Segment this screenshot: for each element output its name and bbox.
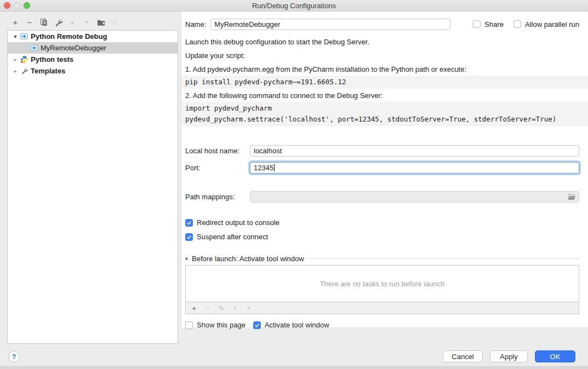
port-label: Port: bbox=[185, 164, 250, 172]
collapsed-arrow-icon[interactable]: ▸ bbox=[11, 56, 20, 62]
suspend-after-connect-label: Suspend after connect bbox=[197, 233, 268, 241]
allow-parallel-run-label: Allow parallel run bbox=[525, 20, 579, 28]
add-configuration-icon[interactable]: + bbox=[11, 18, 20, 27]
traffic-lights bbox=[4, 2, 30, 9]
before-launch-header: Before launch: Activate tool window bbox=[192, 255, 304, 263]
cancel-button[interactable]: Cancel bbox=[443, 350, 483, 362]
remove-task-icon: − bbox=[203, 304, 212, 313]
path-mappings-row: Path mappings: bbox=[185, 191, 579, 203]
help-button[interactable]: ? bbox=[8, 351, 20, 362]
window-title: Run/Debug Configurations bbox=[252, 2, 336, 10]
activate-tool-window-checkbox[interactable] bbox=[253, 321, 261, 329]
move-down-icon: ▼ bbox=[82, 18, 91, 27]
before-launch-section: ▾ Before launch: Activate tool window bbox=[185, 255, 579, 263]
redirect-output-checkbox[interactable] bbox=[185, 219, 193, 227]
before-launch-task-list: There are no tasks to run before launch bbox=[185, 265, 579, 302]
ok-button[interactable]: OK bbox=[535, 350, 575, 362]
suspend-after-connect-checkbox[interactable] bbox=[185, 233, 193, 241]
step1-text: 1. Add pydevd-pycharm.egg from the PyCha… bbox=[185, 65, 579, 74]
remote-debug-config-icon bbox=[20, 32, 28, 41]
allow-parallel-checkbox-row: Allow parallel run bbox=[513, 20, 579, 28]
tree-item-label: Python tests bbox=[31, 55, 73, 64]
remote-debug-config-icon bbox=[30, 44, 38, 52]
python-tests-icon bbox=[20, 55, 28, 64]
configurations-toolbar: + − ▲ ▼ ↓ az bbox=[11, 18, 117, 27]
activate-tool-window-row: Activate tool window bbox=[253, 321, 329, 329]
port-value: 12345 bbox=[254, 164, 273, 172]
move-task-up-icon: ▲ bbox=[231, 304, 239, 313]
section-divider bbox=[309, 258, 579, 259]
copy-configuration-icon[interactable] bbox=[39, 18, 48, 27]
show-this-page-label: Show this page bbox=[197, 321, 246, 329]
apply-button[interactable]: Apply bbox=[490, 350, 528, 362]
tree-item-templates[interactable]: ▸ Templates bbox=[8, 65, 178, 77]
collapse-section-icon[interactable]: ▾ bbox=[185, 256, 188, 262]
code-line: import pydevd_pycharm bbox=[185, 104, 272, 112]
run-debug-configurations-dialog: Run/Debug Configurations + − ▲ ▼ ↓ bbox=[0, 0, 588, 369]
local-host-label: Local host name: bbox=[185, 147, 250, 155]
collapsed-arrow-icon[interactable]: ▸ bbox=[11, 68, 20, 74]
edit-task-pencil-icon: ✎ bbox=[217, 304, 226, 313]
name-input[interactable] bbox=[210, 19, 450, 30]
text-caret bbox=[274, 164, 275, 171]
zoom-button[interactable] bbox=[24, 2, 30, 9]
pip-install-code: pip install pydevd-pycharm~=191.6605.12 bbox=[181, 76, 588, 89]
show-this-page-checkbox[interactable] bbox=[185, 321, 193, 329]
move-up-icon: ▲ bbox=[68, 18, 77, 27]
dialog-buttons: Cancel Apply OK bbox=[443, 350, 575, 362]
tree-item-label: MyRemoteDebugger bbox=[41, 44, 106, 52]
minimize-button bbox=[14, 2, 20, 9]
configuration-editor: Name: Share Allow parallel run Launch th… bbox=[181, 11, 588, 327]
port-input[interactable]: 12345 bbox=[250, 162, 579, 174]
titlebar: Run/Debug Configurations bbox=[0, 0, 588, 11]
sort-configurations-icon: ↓ az bbox=[111, 19, 117, 26]
window-bottom-edge bbox=[0, 366, 588, 369]
name-label: Name: bbox=[185, 20, 206, 28]
share-checkbox[interactable] bbox=[473, 20, 481, 28]
update-script-text: Update your script: bbox=[185, 51, 579, 60]
task-list-toolbar: + − ✎ ▲ ▼ bbox=[185, 302, 579, 314]
share-label: Share bbox=[484, 20, 504, 28]
browse-folder-icon[interactable] bbox=[567, 193, 576, 200]
remove-configuration-icon[interactable]: − bbox=[25, 18, 34, 27]
tree-item-python-remote-debug[interactable]: ▾ Python Remote Debug bbox=[8, 31, 178, 42]
local-host-row: Local host name: bbox=[185, 145, 579, 157]
configurations-tree: ▾ Python Remote Debug MyRemoteDebugger bbox=[7, 30, 178, 344]
tests-badge bbox=[20, 60, 24, 64]
path-mappings-label: Path mappings: bbox=[185, 193, 250, 201]
tree-item-label: Python Remote Debug bbox=[31, 32, 107, 41]
new-folder-icon[interactable] bbox=[96, 18, 105, 27]
templates-wrench-icon bbox=[20, 67, 28, 75]
local-host-input[interactable] bbox=[250, 145, 579, 157]
tree-item-label: Templates bbox=[31, 67, 65, 75]
step2-text: 2. Add the following command to connect … bbox=[185, 91, 579, 100]
edit-defaults-wrench-icon[interactable] bbox=[54, 18, 62, 27]
move-task-down-icon: ▼ bbox=[244, 304, 253, 313]
port-row: Port: 12345 bbox=[185, 160, 579, 175]
settrace-code: import pydevd_pycharmpydevd_pycharm.sett… bbox=[181, 101, 588, 126]
path-mappings-field[interactable] bbox=[250, 191, 579, 203]
intro-text: Launch this debug configuration to start… bbox=[185, 37, 579, 47]
name-row: Name: Share Allow parallel run bbox=[185, 18, 579, 30]
add-task-icon[interactable]: + bbox=[190, 304, 198, 313]
tree-item-myremotedebugger[interactable]: MyRemoteDebugger bbox=[8, 42, 178, 54]
close-button[interactable] bbox=[4, 2, 10, 9]
show-this-page-row: Show this page bbox=[185, 321, 246, 329]
code-line: pydevd_pycharm.settrace('localhost', por… bbox=[185, 115, 556, 123]
redirect-output-label: Redirect output to console bbox=[197, 218, 279, 227]
top-checkboxes: Share Allow parallel run bbox=[473, 20, 579, 28]
expanded-arrow-icon[interactable]: ▾ bbox=[11, 33, 20, 39]
suspend-after-connect-row: Suspend after connect bbox=[185, 233, 579, 241]
tree-item-python-tests[interactable]: ▸ Python tests bbox=[8, 54, 178, 65]
allow-parallel-run-checkbox[interactable] bbox=[513, 20, 521, 28]
empty-tasks-message: There are no tasks to run before launch bbox=[320, 280, 445, 288]
redirect-output-row: Redirect output to console bbox=[185, 218, 579, 227]
share-checkbox-row: Share bbox=[473, 20, 504, 28]
activate-tool-window-label: Activate tool window bbox=[265, 321, 329, 329]
page-options-row: Show this page Activate tool window bbox=[185, 321, 579, 329]
